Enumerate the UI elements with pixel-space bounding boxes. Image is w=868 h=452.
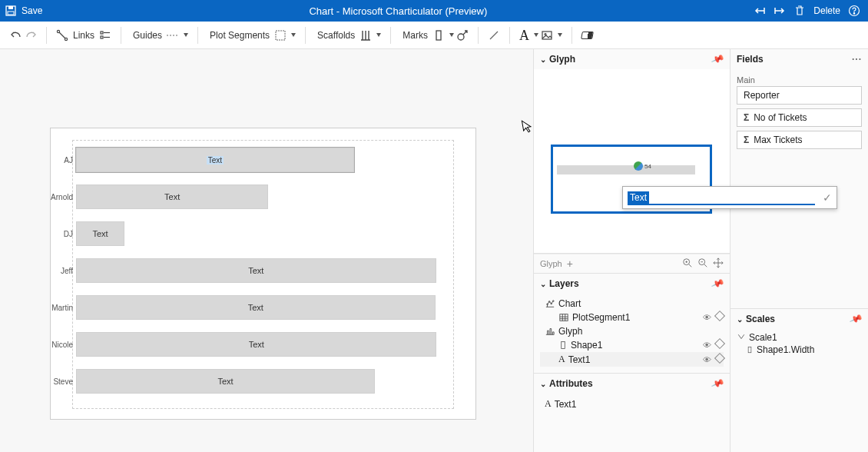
save-icon[interactable] (5, 5, 17, 17)
glyph-mini-label: 54 (644, 163, 651, 170)
pan-icon[interactable] (713, 258, 724, 270)
erase-icon[interactable] (714, 311, 725, 321)
undo-icon[interactable] (10, 29, 22, 42)
bar[interactable]: Text (76, 184, 268, 209)
scales-panel-title: Scales (746, 314, 775, 324)
field-reporter[interactable]: Reporter (737, 86, 862, 105)
line-icon[interactable] (488, 29, 500, 42)
erase-icon[interactable] (714, 352, 725, 363)
category-label: AJ (64, 156, 76, 165)
layer-chart[interactable]: Chart (540, 297, 724, 311)
chevron-down-icon[interactable] (534, 33, 538, 37)
chevron-down-icon[interactable] (291, 33, 296, 37)
zoom-in-icon[interactable] (682, 258, 693, 270)
chart-row[interactable]: Steve Text (76, 369, 449, 394)
attributes-panel-header[interactable]: ⌄ Attributes 📌 (534, 373, 730, 394)
symbol-icon[interactable] (456, 29, 469, 42)
chart-row[interactable]: Nicole Text (76, 332, 449, 357)
zoom-out-icon[interactable] (697, 258, 708, 270)
svg-rect-1 (8, 6, 13, 9)
chevron-down-icon[interactable] (558, 33, 562, 37)
chevron-down-icon[interactable] (449, 33, 454, 37)
bar[interactable]: Text (76, 221, 124, 246)
data-connector-icon[interactable] (634, 161, 643, 171)
eye-icon[interactable] (703, 312, 711, 323)
trash-icon[interactable] (793, 5, 806, 17)
svg-point-4 (853, 13, 854, 14)
bar[interactable]: Text (76, 148, 354, 172)
category-label: Arnold (51, 193, 76, 201)
canvas[interactable]: AJ TextArnold TextDJ TextJeff TextMartin… (0, 49, 533, 452)
links-tool[interactable]: Links (52, 29, 115, 42)
glyph-panel-header[interactable]: ⌄ Glyph 📌 (534, 49, 730, 69)
glyph-designer[interactable]: 54 (534, 69, 730, 254)
chevron-down-icon[interactable]: ⌄ (540, 55, 546, 64)
bar[interactable]: Text (76, 295, 436, 320)
layer-shape1[interactable]: Shape1 (540, 338, 724, 352)
svg-rect-8 (101, 36, 103, 38)
pin-icon[interactable]: 📌 (849, 312, 863, 326)
arrow-from-left-icon[interactable] (754, 5, 766, 17)
bar[interactable]: Text (76, 369, 375, 394)
save-button[interactable]: Save (22, 5, 42, 16)
pin-icon[interactable]: 📌 (711, 277, 725, 291)
category-label: DJ (64, 230, 76, 238)
scale-item[interactable]: Scale1 (737, 332, 862, 343)
redo-icon[interactable] (25, 29, 37, 42)
svg-rect-20 (560, 314, 568, 321)
layer-text1[interactable]: A Text1 (540, 352, 724, 367)
pin-icon[interactable]: 📌 (711, 52, 725, 66)
text-tool[interactable]: A (515, 28, 566, 42)
fields-panel-header[interactable]: Fields ··· (731, 49, 868, 69)
category-label: Martin (51, 304, 76, 312)
layer-glyph[interactable]: Glyph (540, 324, 724, 338)
more-icon[interactable]: ··· (852, 54, 862, 65)
erase-icon[interactable] (714, 338, 725, 349)
bar[interactable]: Text (76, 332, 436, 357)
svg-rect-21 (562, 342, 565, 349)
svg-rect-10 (436, 31, 441, 40)
guides-tool[interactable]: Guides (127, 29, 192, 42)
text-edit-value[interactable]: Text (628, 191, 649, 204)
scale-binding[interactable]: Shape1.Width (737, 343, 862, 357)
field-max-tickets[interactable]: Max Tickets (737, 131, 862, 149)
plot-segments-tool[interactable]: Plot Segments (204, 29, 300, 42)
chart-frame[interactable]: AJ TextArnold TextDJ TextJeff TextMartin… (50, 128, 476, 420)
layers-panel-header[interactable]: ⌄ Layers 📌 (534, 274, 730, 294)
eye-icon[interactable] (703, 340, 711, 351)
scales-panel-header[interactable]: ⌄ Scales 📌 (731, 308, 868, 329)
svg-rect-7 (101, 32, 103, 34)
eye-icon[interactable] (703, 354, 711, 365)
chevron-down-icon[interactable] (376, 33, 381, 37)
add-glyph-icon[interactable]: + (567, 258, 573, 270)
chevron-down-icon[interactable]: ⌄ (737, 315, 743, 324)
chart-row[interactable]: Martin Text (76, 295, 449, 320)
layer-plotsegment[interactable]: PlotSegment1 (540, 311, 724, 324)
text-edit-popup[interactable]: Text ✓ (622, 186, 837, 209)
confirm-icon[interactable]: ✓ (823, 191, 832, 204)
chevron-down-icon[interactable] (184, 33, 188, 37)
scaffolds-tool[interactable]: Scaffolds (311, 29, 385, 42)
help-icon[interactable] (848, 5, 860, 17)
bar[interactable]: Text (76, 258, 436, 283)
field-no-of-tickets[interactable]: No of Tickets (737, 108, 862, 127)
chart-row[interactable]: Jeff Text (76, 258, 449, 283)
delete-button[interactable]: Delete (813, 5, 840, 16)
chart-row[interactable]: Arnold Text (76, 184, 449, 209)
eraser-tool[interactable] (578, 32, 597, 39)
chevron-down-icon[interactable]: ⌄ (540, 280, 546, 288)
attributes-panel-title: Attributes (549, 378, 593, 389)
chart-row[interactable]: DJ Text (76, 221, 449, 246)
bar-text-mark[interactable]: Text (207, 156, 224, 165)
chevron-down-icon[interactable]: ⌄ (540, 380, 546, 388)
glyph-bar[interactable] (557, 165, 695, 174)
svg-point-19 (552, 301, 554, 302)
pin-icon[interactable]: 📌 (711, 377, 725, 391)
chart-row[interactable]: AJ Text (76, 148, 449, 172)
category-label: Jeff (61, 267, 76, 275)
image-icon[interactable] (541, 29, 553, 42)
svg-point-11 (458, 34, 464, 40)
arrow-from-right-icon[interactable] (774, 5, 786, 17)
marks-tool[interactable]: Marks (396, 29, 472, 42)
legend-icon[interactable] (99, 29, 111, 42)
